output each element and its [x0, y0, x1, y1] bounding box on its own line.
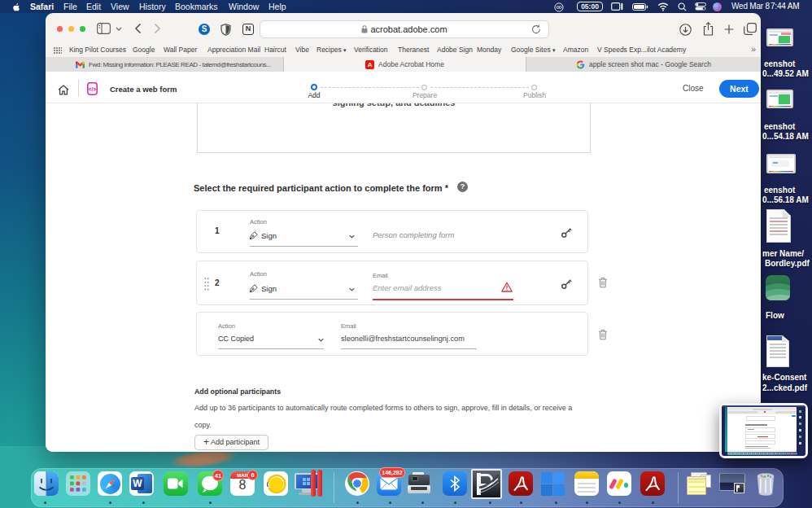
svg-text:</>: </>: [89, 85, 97, 91]
